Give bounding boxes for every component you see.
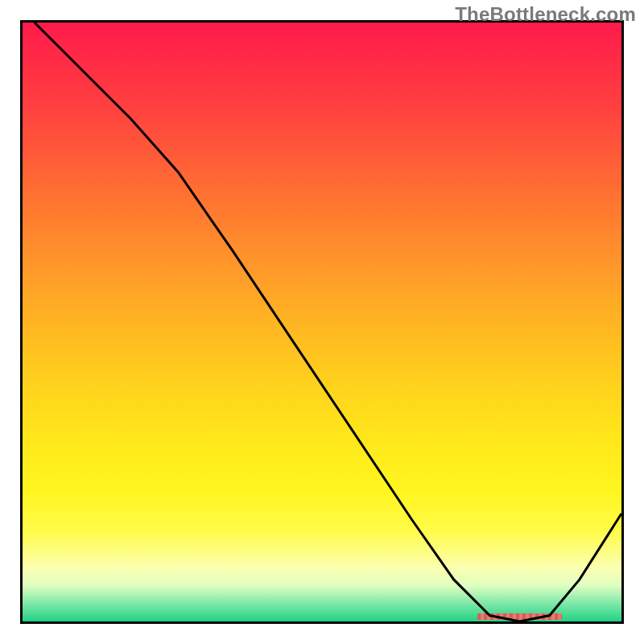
plot-area <box>20 20 624 624</box>
chart-container: TheBottleneck.com <box>0 0 644 644</box>
curve-svg <box>23 23 621 621</box>
watermark-text: TheBottleneck.com <box>455 3 636 26</box>
bottleneck-curve-path <box>35 23 621 621</box>
